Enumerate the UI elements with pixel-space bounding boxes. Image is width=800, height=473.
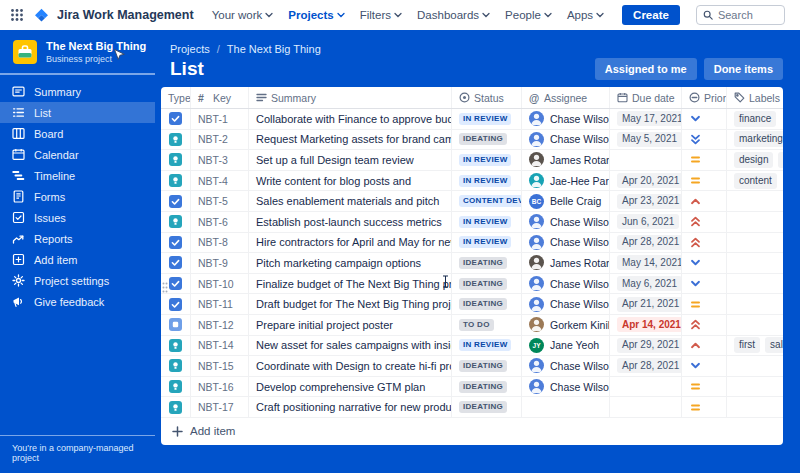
table-row[interactable]: NBT-16Develop comprehensive GTM planIDEA… — [161, 377, 783, 398]
column-header-type[interactable]: Type — [161, 87, 191, 108]
sidebar-item-timeline[interactable]: Timeline — [0, 165, 155, 186]
assignee-cell[interactable]: BCBelle Craig — [522, 191, 610, 211]
sidebar-item-issues[interactable]: Issues — [0, 207, 155, 228]
assignee-cell[interactable]: Chase Wilson — [522, 356, 610, 376]
table-row[interactable]: NBT-17Craft positioning narrative for ne… — [161, 397, 783, 418]
summary-cell[interactable]: Prepare initial project poster — [249, 315, 452, 335]
sidebar-item-board[interactable]: Board — [0, 123, 155, 144]
status-cell[interactable]: IDEATING — [452, 397, 522, 417]
summary-cell[interactable]: Pitch marketing campaign options — [249, 253, 452, 273]
priority-cell[interactable] — [682, 336, 727, 356]
table-row[interactable]: NBT-6Establish post-launch success metri… — [161, 212, 783, 233]
search-input[interactable] — [718, 9, 778, 21]
labels-cell[interactable]: firstsales — [727, 336, 783, 356]
table-row[interactable]: NBT-2Request Marketing assets for brand … — [161, 130, 783, 151]
summary-cell[interactable]: Craft positioning narrative for new prod… — [249, 397, 452, 417]
sidebar-item-add-item[interactable]: Add item — [0, 249, 155, 270]
column-header-due-date[interactable]: Due date — [610, 87, 682, 108]
topnav-filters[interactable]: Filters — [360, 9, 402, 21]
priority-cell[interactable] — [682, 171, 727, 191]
priority-cell[interactable] — [682, 212, 727, 232]
summary-cell[interactable]: Establish post-launch success metrics — [249, 212, 452, 232]
due-date-cell[interactable]: Apr 28, 2021 — [610, 356, 682, 376]
status-cell[interactable]: IN REVIEW — [452, 109, 522, 129]
due-date-cell[interactable]: Apr 23, 2021 — [610, 191, 682, 211]
priority-cell[interactable] — [682, 191, 727, 211]
priority-cell[interactable] — [682, 294, 727, 314]
type-cell[interactable] — [161, 253, 191, 273]
priority-cell[interactable] — [682, 233, 727, 253]
topnav-your-work[interactable]: Your work — [212, 9, 274, 21]
summary-cell[interactable]: Develop comprehensive GTM plan — [249, 377, 452, 397]
assigned-to-me-button[interactable]: Assigned to me — [595, 58, 697, 80]
status-cell[interactable]: TO DO — [452, 315, 522, 335]
status-cell[interactable]: CONTENT DEV... — [452, 191, 522, 211]
topnav-projects[interactable]: Projects — [288, 9, 344, 21]
labels-cell[interactable] — [727, 274, 783, 294]
status-cell[interactable]: IN REVIEW — [452, 150, 522, 170]
status-cell[interactable]: IN REVIEW — [452, 171, 522, 191]
priority-cell[interactable] — [682, 377, 727, 397]
due-date-cell[interactable] — [610, 397, 682, 417]
type-cell[interactable] — [161, 130, 191, 150]
column-header-priority[interactable]: Priority — [682, 87, 727, 108]
topnav-people[interactable]: People — [505, 9, 552, 21]
assignee-cell[interactable]: JYJane Yeoh — [522, 336, 610, 356]
due-date-cell[interactable]: May 17, 2021 — [610, 109, 682, 129]
summary-cell[interactable]: Coordinate with Design to create hi-fi p… — [249, 356, 452, 376]
type-cell[interactable] — [161, 212, 191, 232]
due-date-cell[interactable] — [610, 377, 682, 397]
summary-cell[interactable]: Draft budget for The Next Big Thing proj… — [249, 294, 452, 314]
sidebar-item-reports[interactable]: Reports — [0, 228, 155, 249]
status-cell[interactable]: IDEATING — [452, 253, 522, 273]
sidebar-item-list[interactable]: List — [0, 102, 155, 123]
due-date-cell[interactable] — [610, 150, 682, 170]
sidebar-item-project-settings[interactable]: Project settings — [0, 270, 155, 291]
labels-cell[interactable]: content — [727, 171, 783, 191]
status-cell[interactable]: IN REVIEW — [452, 336, 522, 356]
sidebar-item-summary[interactable]: Summary — [0, 81, 155, 102]
project-header[interactable]: The Next Big Thing Business project — [0, 30, 155, 73]
priority-cell[interactable] — [682, 109, 727, 129]
assignee-cell[interactable]: Chase Wilson — [522, 130, 610, 150]
priority-cell[interactable] — [682, 397, 727, 417]
summary-cell[interactable]: Sales enablement materials and pitch — [249, 191, 452, 211]
status-cell[interactable]: IDEATING — [452, 294, 522, 314]
table-row[interactable]: NBT-4Write content for blog posts andIN … — [161, 171, 783, 192]
due-date-cell[interactable]: May 6, 2021 — [610, 274, 682, 294]
table-row[interactable]: NBT-9Pitch marketing campaign optionsIDE… — [161, 253, 783, 274]
summary-cell[interactable]: Collaborate with Finance to approve budg… — [249, 109, 452, 129]
breadcrumb-project-name[interactable]: The Next Big Thing — [227, 43, 321, 55]
type-cell[interactable] — [161, 397, 191, 417]
labels-cell[interactable] — [727, 191, 783, 211]
table-row[interactable]: NBT-10Finalize budget of The Next Big Th… — [161, 274, 783, 295]
table-row[interactable]: NBT-5Sales enablement materials and pitc… — [161, 191, 783, 212]
status-cell[interactable]: IN REVIEW — [452, 212, 522, 232]
sidebar-item-give-feedback[interactable]: Give feedback — [0, 291, 155, 312]
status-cell[interactable]: IDEATING — [452, 130, 522, 150]
summary-cell[interactable]: Set up a full Design team review — [249, 150, 452, 170]
done-items-button[interactable]: Done items — [704, 58, 783, 80]
topnav-dashboards[interactable]: Dashboards — [417, 9, 490, 21]
assignee-cell[interactable]: Gorkem Kinik — [522, 315, 610, 335]
assignee-cell[interactable]: Chase Wilson — [522, 212, 610, 232]
column-header-status[interactable]: Status — [452, 87, 522, 108]
search-box[interactable] — [696, 5, 785, 25]
labels-cell[interactable]: designreview — [727, 150, 783, 170]
due-date-cell[interactable]: May 5, 2021 — [610, 130, 682, 150]
status-cell[interactable]: IN REVIEW — [452, 233, 522, 253]
type-cell[interactable] — [161, 191, 191, 211]
summary-cell[interactable]: Request Marketing assets for brand campa… — [249, 130, 452, 150]
labels-cell[interactable] — [727, 315, 783, 335]
type-cell[interactable] — [161, 171, 191, 191]
column-header-key[interactable]: #Key — [191, 87, 249, 108]
labels-cell[interactable] — [727, 356, 783, 376]
create-button[interactable]: Create — [622, 5, 680, 25]
assignee-cell[interactable] — [522, 397, 610, 417]
summary-cell[interactable]: Hire contractors for April and May for n… — [249, 233, 452, 253]
due-date-cell[interactable]: Apr 29, 2021 — [610, 336, 682, 356]
type-cell[interactable] — [161, 377, 191, 397]
due-date-cell[interactable]: Apr 14, 2021 — [610, 315, 682, 335]
labels-cell[interactable] — [727, 233, 783, 253]
labels-cell[interactable] — [727, 253, 783, 273]
